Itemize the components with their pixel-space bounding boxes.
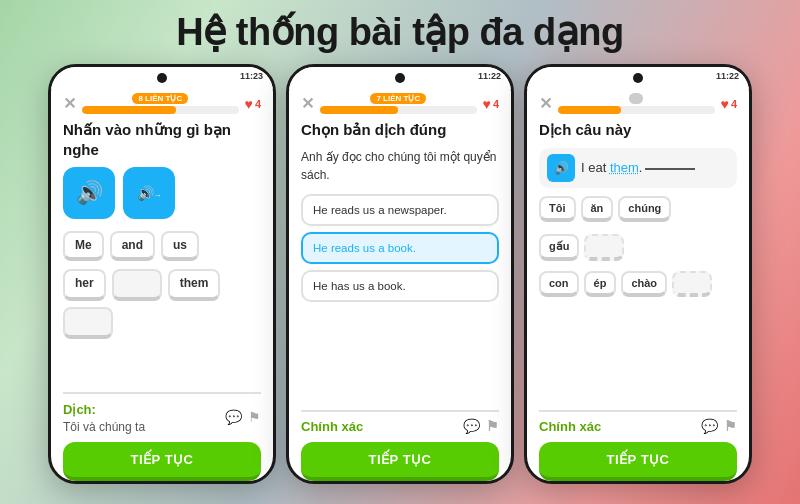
page-wrapper: Hệ thống bài tập đa dạng 11:23 ✕ 8 LIÊN …: [0, 0, 800, 504]
phone1-speaker-slow-icon: 🔊→: [137, 185, 162, 201]
phone3-heart-icon: ♥: [721, 96, 729, 112]
phone1-speaker-icon: 🔊: [76, 180, 103, 206]
phone3-chip-an[interactable]: ăn: [581, 196, 614, 222]
phone2-continue-button[interactable]: TIẾP TỤC: [301, 442, 499, 481]
phone1-empty-tile-2: [63, 307, 113, 339]
phone2-dich-icons: 💬 ⚑: [463, 418, 499, 434]
phone3-speaker-icon: 🔊: [554, 161, 569, 175]
phone2-option-3[interactable]: He has us a book.: [301, 270, 499, 302]
phone1-tile-and[interactable]: and: [110, 231, 155, 261]
phone-1: 11:23 ✕ 8 LIÊN TỤC ♥ 4: [48, 64, 276, 484]
phone3-progress-fill: [558, 106, 621, 114]
phone2-progress-fill: [320, 106, 398, 114]
phone1-word-tiles-row1: Me and us: [63, 231, 261, 261]
phone2-chinh-xac-label: Chính xác: [301, 419, 363, 434]
phone3-chinh-xac-bar: Chính xác 💬 ⚑: [539, 418, 737, 434]
phone3-chip-toi[interactable]: Tôi: [539, 196, 576, 222]
phone1-dich-icons: 💬 ⚑: [225, 409, 261, 425]
phone3-content: ✕ ♥ 4 Dịch câu này: [527, 89, 749, 481]
phone3-continue-button[interactable]: TIẾP TỤC: [539, 442, 737, 481]
phone3-exercise-title: Dịch câu này: [539, 120, 737, 140]
phone1-dich-text: Tôi và chúng ta: [63, 420, 145, 434]
phone1-dich-label: Dịch: Tôi và chúng ta: [63, 400, 145, 434]
phone3-close-button[interactable]: ✕: [539, 94, 552, 113]
phone1-tile-them[interactable]: them: [168, 269, 221, 301]
phone2-content: ✕ 7 LIÊN TỤC ♥ 4 Chọn bản dịch đúng: [289, 89, 511, 481]
phone3-progress-bar: [558, 106, 715, 114]
phone1-audio-button[interactable]: 🔊: [63, 167, 115, 219]
phone3-chips: Tôi ăn chúng: [539, 196, 737, 222]
phone3-exercise-bar: ✕ ♥ 4: [539, 89, 737, 120]
phone1-dich-area: Dịch: Tôi và chúng ta 💬 ⚑: [63, 392, 261, 434]
phone1-camera: [157, 73, 167, 83]
phone1-exercise-bar: ✕ 8 LIÊN TỤC ♥ 4: [63, 89, 261, 120]
phones-container: 11:23 ✕ 8 LIÊN TỤC ♥ 4: [0, 64, 800, 484]
phone3-camera: [633, 73, 643, 83]
phone1-tile-me[interactable]: Me: [63, 231, 104, 261]
phone2-progress-area: 7 LIÊN TỤC: [320, 93, 477, 114]
phone1-progress-bar: [82, 106, 239, 114]
phone1-flag-icon[interactable]: ⚑: [248, 409, 261, 425]
phone3-bank-ep[interactable]: ép: [584, 271, 617, 297]
phone2-camera: [395, 73, 405, 83]
phone1-chat-icon[interactable]: 💬: [225, 409, 242, 425]
phone1-dich-bar: Dịch: Tôi và chúng ta 💬 ⚑: [63, 400, 261, 434]
phone2-hearts: ♥ 4: [483, 96, 499, 112]
phone2-exercise-title: Chọn bản dịch đúng: [301, 120, 499, 140]
phone1-time: 11:23: [240, 71, 263, 81]
phone3-chinh-xac-area: Chính xác 💬 ⚑: [539, 410, 737, 434]
phone1-tile-us[interactable]: us: [161, 231, 199, 261]
phone1-dich-label-text: Dịch:: [63, 402, 96, 417]
phone3-bank-empty-1: [584, 234, 624, 261]
phone1-hearts: ♥ 4: [245, 96, 261, 112]
phone1-heart-count: 4: [255, 98, 261, 110]
phone3-bank-empty-2: [672, 271, 712, 297]
phone2-question: Anh ấy đọc cho chúng tôi một quyển sách.: [301, 148, 499, 184]
phone3-chat-icon[interactable]: 💬: [701, 418, 718, 434]
phone3-bank-gau[interactable]: gấu: [539, 234, 579, 261]
phone3-bottom-area: Chính xác 💬 ⚑ TIẾP TỤC: [539, 404, 737, 481]
phone3-hearts: ♥ 4: [721, 96, 737, 112]
phone1-close-button[interactable]: ✕: [63, 94, 76, 113]
phone3-streak-badge: [629, 93, 643, 104]
phone2-streak-badge: 7 LIÊN TỤC: [370, 93, 426, 104]
phone3-status-bar: 11:22: [527, 67, 749, 89]
phone1-content: ✕ 8 LIÊN TỤC ♥ 4 Nhấn vào những gì bạn n…: [51, 89, 273, 481]
phone3-bank-con[interactable]: con: [539, 271, 579, 297]
phone2-option-2[interactable]: He reads us a book.: [301, 232, 499, 264]
phone1-word-tiles-row2: her them: [63, 269, 261, 339]
phone3-gap-line: [645, 168, 695, 170]
phone3-flag-icon[interactable]: ⚑: [724, 418, 737, 434]
phone1-status-bar: 11:23: [51, 67, 273, 89]
phone3-chip-chung[interactable]: chúng: [618, 196, 671, 222]
phone1-exercise-title: Nhấn vào những gì bạn nghe: [63, 120, 261, 159]
phone3-time: 11:22: [716, 71, 739, 81]
phone2-bottom-area: Chính xác 💬 ⚑ TIẾP TỤC: [301, 404, 499, 481]
phone2-option-1[interactable]: He reads us a newspaper.: [301, 194, 499, 226]
page-title: Hệ thống bài tập đa dạng: [0, 0, 800, 62]
phone1-heart-icon: ♥: [245, 96, 253, 112]
phone2-heart-count: 4: [493, 98, 499, 110]
phone2-chinh-xac-area: Chính xác 💬 ⚑: [301, 410, 499, 434]
phone2-progress-bar: [320, 106, 477, 114]
phone1-audio-slow-button[interactable]: 🔊→: [123, 167, 175, 219]
phone1-streak-badge: 8 LIÊN TỤC: [132, 93, 188, 104]
phone1-continue-button[interactable]: TIẾP TỤC: [63, 442, 261, 481]
phone-2: 11:22 ✕ 7 LIÊN TỤC ♥ 4: [286, 64, 514, 484]
phone1-progress-fill: [82, 106, 176, 114]
phone2-close-button[interactable]: ✕: [301, 94, 314, 113]
phone3-audio-button[interactable]: 🔊: [547, 154, 575, 182]
phone2-flag-icon[interactable]: ⚑: [486, 418, 499, 434]
phone2-status-bar: 11:22: [289, 67, 511, 89]
phone2-exercise-bar: ✕ 7 LIÊN TỤC ♥ 4: [301, 89, 499, 120]
phone1-bottom-area: Dịch: Tôi và chúng ta 💬 ⚑ TIẾP TỤC: [63, 386, 261, 481]
phone2-heart-icon: ♥: [483, 96, 491, 112]
phone1-tile-her[interactable]: her: [63, 269, 106, 301]
phone2-chinh-xac-bar: Chính xác 💬 ⚑: [301, 418, 499, 434]
phone3-chinh-xac-label: Chính xác: [539, 419, 601, 434]
phone3-bank-chao[interactable]: chào: [621, 271, 667, 297]
phone3-highlight-word: them: [610, 160, 639, 175]
phone2-chat-icon[interactable]: 💬: [463, 418, 480, 434]
phone-3: 11:22 ✕ ♥ 4: [524, 64, 752, 484]
phone2-time: 11:22: [478, 71, 501, 81]
